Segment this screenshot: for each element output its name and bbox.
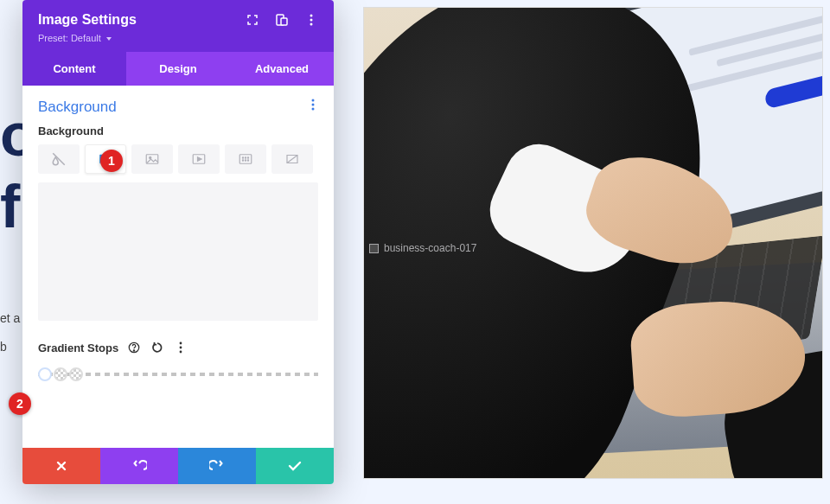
svg-point-2 xyxy=(310,15,313,17)
selection-square-icon xyxy=(369,244,379,253)
cancel-button[interactable] xyxy=(22,448,100,484)
svg-point-14 xyxy=(242,157,243,158)
svg-point-19 xyxy=(247,160,248,161)
image-overlay-label: business-coach-017 xyxy=(369,242,476,254)
bg-tab-color[interactable] xyxy=(38,144,80,174)
bg-tab-image[interactable] xyxy=(131,144,173,174)
svg-point-16 xyxy=(247,157,248,158)
bg-tab-pattern[interactable] xyxy=(225,144,266,174)
background-label: Background xyxy=(38,124,318,137)
annotation-badge-1: 1 xyxy=(100,150,123,172)
svg-point-17 xyxy=(242,160,243,161)
svg-point-24 xyxy=(180,351,182,354)
preset-label: Preset: xyxy=(38,33,68,43)
gradient-stop-1[interactable] xyxy=(38,367,52,381)
gradient-stop-3[interactable] xyxy=(69,367,83,381)
image-settings-panel: Image Settings xyxy=(22,0,334,484)
gradient-stops-menu-icon[interactable] xyxy=(173,340,188,355)
svg-point-4 xyxy=(310,23,313,26)
tab-content[interactable]: Content xyxy=(22,52,126,86)
save-button[interactable] xyxy=(256,448,334,484)
svg-point-21 xyxy=(134,350,135,351)
section-title[interactable]: Background xyxy=(38,99,117,116)
chevron-down-icon xyxy=(106,37,112,41)
svg-point-22 xyxy=(180,342,182,345)
svg-rect-13 xyxy=(239,155,252,164)
expand-icon[interactable] xyxy=(246,13,259,27)
bg-tab-video[interactable] xyxy=(178,144,220,174)
panel-body: Background Background xyxy=(22,86,334,448)
responsive-icon[interactable] xyxy=(275,13,289,27)
bg-tab-mask[interactable] xyxy=(271,144,313,174)
redo-button[interactable] xyxy=(178,448,256,484)
preset-row[interactable]: Preset: Default xyxy=(38,33,318,43)
svg-point-23 xyxy=(180,347,182,349)
gradient-stops-label: Gradient Stops xyxy=(38,341,118,354)
svg-point-3 xyxy=(310,19,313,22)
section-menu-icon[interactable] xyxy=(308,98,318,116)
panel-footer xyxy=(22,448,334,484)
preset-value: Default xyxy=(71,33,101,43)
svg-point-7 xyxy=(312,108,315,111)
panel-title: Image Settings xyxy=(38,12,137,28)
bg-para-line-1: et a xyxy=(0,307,20,330)
tab-design[interactable]: Design xyxy=(126,52,230,86)
page-preview-image[interactable]: business-coach-017 xyxy=(363,7,823,479)
reset-icon[interactable] xyxy=(150,340,165,355)
svg-rect-1 xyxy=(281,18,287,25)
image-overlay-text: business-coach-017 xyxy=(384,242,476,254)
help-icon[interactable] xyxy=(126,340,142,355)
svg-point-18 xyxy=(245,160,246,161)
tabs: Content Design Advanced xyxy=(22,52,334,86)
bg-para-line-2: b xyxy=(0,335,20,359)
background-type-tabs xyxy=(38,144,318,174)
gradient-track[interactable] xyxy=(38,367,318,383)
annotation-badge-2: 2 xyxy=(9,392,31,415)
panel-header: Image Settings xyxy=(22,0,334,52)
undo-button[interactable] xyxy=(100,448,178,484)
svg-point-15 xyxy=(245,157,246,158)
gradient-stop-2[interactable] xyxy=(54,367,67,381)
tab-advanced[interactable]: Advanced xyxy=(230,52,334,86)
svg-point-5 xyxy=(312,99,315,102)
svg-point-6 xyxy=(312,104,315,106)
more-icon[interactable] xyxy=(304,13,318,27)
gradient-preview[interactable] xyxy=(38,182,318,321)
background-paragraph: et a b xyxy=(0,307,20,358)
